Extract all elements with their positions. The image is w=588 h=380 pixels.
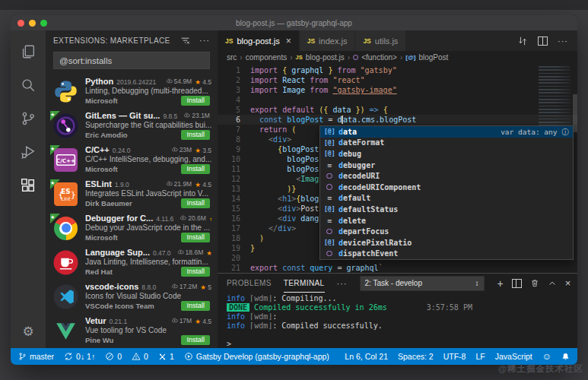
extension-list-item[interactable]: C/C++★C/C++0.24.023M★ 3.5C/C++ IntelliSe… xyxy=(46,142,218,176)
suggestion-item[interactable]: [@]defaultStatus xyxy=(320,204,573,215)
bell-icon[interactable] xyxy=(561,352,570,361)
extension-list-item[interactable]: Vetur0.21.117M★ 4.5Vue tooling for VS Co… xyxy=(46,313,218,347)
suggestion-item[interactable]: [@]datavar data: anyⓘ xyxy=(320,126,573,138)
vsicons-logo-icon xyxy=(53,284,78,309)
breadcrumb-item[interactable]: blogPost xyxy=(418,53,448,62)
status-warnings[interactable]: 0 xyxy=(132,352,148,361)
install-button[interactable]: Install xyxy=(181,301,210,311)
extension-list-item[interactable]: ★GitLens — Git su...9.8.523.1M★ 5Superch… xyxy=(46,108,218,142)
minimize-window-button[interactable] xyxy=(29,20,36,27)
titlebar[interactable]: blog-post.js — gatsby-graphql-app xyxy=(11,15,577,30)
symbol-method-icon xyxy=(324,182,335,192)
status-eol[interactable]: LF xyxy=(475,352,485,361)
suggestion-item[interactable]: [@]devicePixelRatio xyxy=(320,237,573,249)
editor-more-actions-icon[interactable]: ··· xyxy=(558,36,568,46)
star-icon: ★ xyxy=(195,318,202,325)
extension-list-item[interactable]: ★Debugger for C...4.11.620.6M★ 4Debug yo… xyxy=(46,211,218,245)
breadcrumb[interactable]: src›components›JSblog-post.js›<function>… xyxy=(218,51,577,64)
info-icon[interactable]: ⓘ xyxy=(562,127,570,137)
split-terminal-icon[interactable] xyxy=(512,279,522,288)
install-button[interactable]: Install xyxy=(181,164,210,174)
cpp-logo-icon: C/C++★ xyxy=(53,147,78,173)
extension-name: ESLint xyxy=(85,179,112,188)
tab-terminal[interactable]: TERMINAL xyxy=(284,274,325,293)
status-launch-task[interactable]: Gatsby Develop (gatsby-graphql-app) xyxy=(184,352,329,361)
install-button[interactable]: Install xyxy=(181,335,210,345)
status-branch[interactable]: master xyxy=(18,352,54,361)
close-window-button[interactable] xyxy=(17,20,24,27)
suggestion-item[interactable]: dispatchEvent xyxy=(320,249,573,260)
extension-list-item[interactable]: Language Sup...0.47.018.6M★ 4.5Java Lint… xyxy=(46,245,218,279)
status-language-mode[interactable]: JavaScript xyxy=(495,352,532,361)
zoom-window-button[interactable] xyxy=(40,20,47,27)
terminal-instance-select[interactable]: 2: Task - develop ↕ xyxy=(360,276,485,291)
install-button[interactable]: Install xyxy=(181,267,210,277)
status-encoding[interactable]: UTF-8 xyxy=(443,352,466,361)
activity-search[interactable] xyxy=(11,68,46,102)
feedback-smiley-icon[interactable]: ☺ xyxy=(542,351,551,362)
install-button[interactable]: Install xyxy=(181,130,210,140)
new-terminal-icon[interactable]: + xyxy=(497,278,504,289)
extension-name: Vetur xyxy=(85,316,106,325)
install-button[interactable]: Install xyxy=(181,233,210,242)
vscode-window: blog-post.js — gatsby-graphql-app xyxy=(11,15,577,365)
suggestion-item[interactable]: decodeURI xyxy=(320,170,573,182)
suggestion-item[interactable]: [@]debug xyxy=(320,148,573,160)
extension-install-count: 54.9M xyxy=(166,78,192,85)
status-indentation[interactable]: Spaces: 2 xyxy=(398,352,434,361)
code-line: 5export default ({ data }) => { xyxy=(218,105,577,115)
breadcrumb-item[interactable]: <function> xyxy=(361,53,397,62)
suggestion-item[interactable]: ≡debugger xyxy=(320,160,573,171)
svg-text:ES: ES xyxy=(61,187,70,195)
suggestion-item[interactable]: departFocus xyxy=(320,226,573,237)
tab-problems[interactable]: PROBLEMS xyxy=(227,274,272,293)
install-button[interactable]: Install xyxy=(181,198,210,208)
star-icon: ★ xyxy=(195,147,202,154)
kill-terminal-icon[interactable] xyxy=(530,278,539,288)
terminal-output[interactable]: info ⌈wdm⌋: Compiling...DONE Compiled su… xyxy=(218,293,577,350)
status-sync[interactable]: 0↓ 1↑ xyxy=(64,352,95,361)
activity-settings[interactable]: ⚙ xyxy=(11,315,46,348)
close-panel-icon[interactable]: × xyxy=(565,278,571,288)
split-editor-icon[interactable] xyxy=(538,36,548,46)
suggestion-item[interactable]: ≡default xyxy=(320,193,573,204)
extension-name: vscode-icons xyxy=(85,282,138,291)
compare-changes-icon[interactable] xyxy=(517,36,528,46)
extension-version: 0.21.1 xyxy=(110,318,128,325)
status-line-col[interactable]: Ln 6, Col 21 xyxy=(345,352,388,361)
clear-filter-icon[interactable] xyxy=(180,36,190,46)
extension-list-item[interactable]: vscode-icons8.8.017.2M★ 5Icons for Visua… xyxy=(46,279,218,313)
suggestion-label: default xyxy=(338,193,370,203)
editor-tab[interactable]: JSutils.js xyxy=(355,30,406,51)
breadcrumb-item[interactable]: components xyxy=(246,53,287,62)
suggestion-item[interactable]: [@]dateFormat xyxy=(320,138,573,149)
suggestion-item[interactable]: decodeURIComponent xyxy=(320,182,573,193)
activity-extensions[interactable] xyxy=(11,169,46,202)
close-tab-icon[interactable]: × xyxy=(286,36,291,46)
extension-list-item[interactable]: {}ESLint★ESLint1.9.021.9M★ 4.5Integrates… xyxy=(46,176,218,211)
panel-more-actions-icon[interactable]: ··· xyxy=(337,279,348,288)
status-errors[interactable]: 0 xyxy=(105,352,122,361)
svg-text:C/C++: C/C++ xyxy=(56,157,75,163)
line-number: 4 xyxy=(218,95,250,105)
activity-source-control[interactable] xyxy=(11,102,46,135)
activity-debug[interactable] xyxy=(11,135,46,169)
sidebar-more-actions-icon[interactable]: ··· xyxy=(199,36,210,45)
extension-install-count: 18.6M xyxy=(177,249,204,256)
editor-tab[interactable]: JSindex.js xyxy=(300,30,356,51)
maximize-panel-icon[interactable] xyxy=(548,279,557,288)
extension-description: Supercharge the Git capabilities bui... xyxy=(85,121,211,129)
activity-explorer[interactable] xyxy=(11,35,46,68)
editor-tab[interactable]: JSblog-post.js× xyxy=(218,30,300,51)
line-number: 2 xyxy=(218,75,250,85)
extension-list-item[interactable]: Python2019.6.2422154.9M★ 4.5Linting, Deb… xyxy=(46,74,218,108)
extensions-search-input[interactable] xyxy=(53,52,210,69)
install-button[interactable]: Install xyxy=(181,96,210,106)
breadcrumb-item[interactable]: blog-post.js xyxy=(306,53,345,62)
suggestion-item[interactable]: ≡delete xyxy=(320,215,573,226)
status-tasks[interactable]: 1 xyxy=(158,352,174,361)
code-editor[interactable]: 1import { graphql } from "gatsby"2import… xyxy=(218,64,577,273)
symbol-method-icon xyxy=(324,226,335,236)
extension-description: Icons for Visual Studio Code xyxy=(85,292,211,300)
breadcrumb-item[interactable]: src xyxy=(227,53,237,62)
